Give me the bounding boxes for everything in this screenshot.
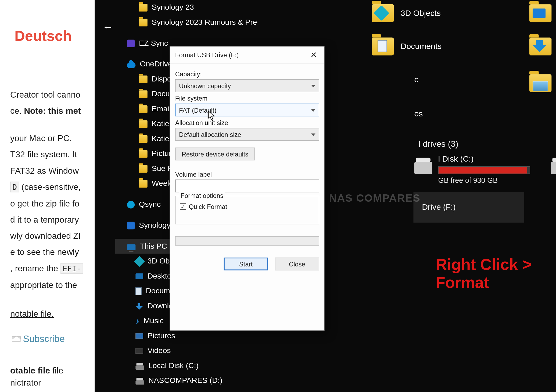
drive-name: l Disk (C:) — [438, 154, 530, 164]
annotation-text: Right Click > Format — [436, 256, 556, 292]
syn-icon — [127, 222, 135, 229]
checkbox-icon: ✓ — [180, 204, 186, 210]
format-options-legend: Format options — [179, 192, 225, 199]
tree-item-synology-23[interactable]: Synology 23 — [115, 0, 257, 15]
tree-item-label: This PC — [140, 242, 167, 251]
format-options-fieldset: Format options ✓ Quick Format — [175, 196, 319, 224]
language-heading: Deutsch — [15, 28, 95, 44]
usb-drive-label: Drive (F:) — [422, 202, 456, 212]
folder-item-pictures[interactable]: Pictures — [529, 74, 556, 92]
folder-icon — [529, 38, 551, 56]
folder-icon — [139, 90, 148, 98]
article-paragraph-2: your Mac or PC.T32 file system. It FAT32… — [0, 130, 95, 293]
pc-icon — [127, 244, 136, 250]
desk-icon — [135, 273, 143, 279]
envelope-icon — [12, 336, 20, 342]
filesystem-label: File system — [175, 95, 319, 102]
restore-defaults-button[interactable]: Restore device defaults — [175, 148, 255, 161]
quick-format-label: Quick Format — [189, 203, 227, 210]
folder-item-os[interactable]: os — [414, 109, 423, 119]
subscribe-link[interactable]: Subscribe — [12, 331, 64, 347]
tree-item-label: Docum — [146, 287, 170, 295]
filesystem-select[interactable]: FAT (Default) — [175, 104, 319, 116]
tree-item-label: NASCOMPARES (D:) — [148, 376, 222, 385]
start-button[interactable]: Start — [224, 258, 268, 270]
tree-item-label: Downlo — [148, 301, 173, 310]
folder-item-desktop[interactable]: Desktop — [529, 4, 556, 22]
format-progress — [175, 236, 319, 246]
drive-icon — [551, 162, 556, 174]
drive-free-text: GB free of 930 GB — [438, 177, 530, 185]
article-notable: notable file. — [0, 306, 95, 322]
tree-item-label: Synology — [139, 221, 170, 230]
folder-item-downloads[interactable]: Downloads — [529, 38, 556, 56]
folder-item-documents[interactable]: Documents — [372, 38, 442, 56]
tree-item-label: Synology 23 — [152, 3, 194, 12]
allocation-value: Default allocation size — [179, 131, 241, 138]
tree-item-label: EZ Sync — [139, 39, 168, 48]
article-paragraph-1: Creator tool cannoce. Note: this met — [0, 87, 95, 119]
folder-icon — [139, 150, 148, 158]
cursor-icon — [208, 111, 215, 120]
folder-icon — [372, 4, 394, 22]
back-arrow-icon[interactable]: ← — [102, 20, 113, 34]
tree-item-label: Synology 2023 Rumours & Predi — [152, 18, 257, 27]
folder-label: 3D Objects — [401, 9, 441, 18]
folder-icon — [139, 19, 148, 26]
format-dialog: Format USB Drive (F:) ✕ Capacity: Unknow… — [170, 46, 325, 331]
folder-icon — [529, 4, 551, 22]
tree-item-label: Videos — [148, 346, 171, 355]
tree-item-nascompares-d-[interactable]: NASCOMPARES (D:) — [115, 373, 257, 388]
qsync-icon — [127, 201, 135, 208]
folder-label: c — [414, 75, 418, 84]
vids-icon — [135, 348, 143, 354]
cloud-icon — [127, 62, 136, 68]
folder-icon — [139, 180, 148, 187]
usb-drive-item[interactable]: Drive (F:) — [413, 192, 524, 223]
quick-format-checkbox[interactable]: ✓ Quick Format — [180, 203, 314, 210]
allocation-label: Allocation unit size — [175, 119, 319, 126]
drive-item-l-disk-c-[interactable]: l Disk (C:)GB free of 930 GB — [414, 154, 530, 185]
tree-item-label: Deskto — [148, 272, 171, 280]
folder-icon — [139, 135, 148, 143]
allocation-select[interactable]: Default allocation size — [175, 128, 319, 141]
tree-item-label: Music — [144, 316, 164, 325]
drives-section-header: l drives (3) — [418, 139, 458, 149]
drive-item-nascompares-d-[interactable]: NASCOMPARES (D:)11.5 GB free of 447 GB — [551, 154, 556, 185]
file-explorer: ← Synology 23Synology 2023 Rumours & Pre… — [95, 0, 556, 392]
folder-icon — [139, 3, 148, 11]
tree-item-local-disk-c-[interactable]: Local Disk (C:) — [115, 358, 257, 373]
dialog-title: Format USB Drive (F:) — [175, 51, 239, 58]
ez-icon — [127, 40, 135, 47]
article-strip: Deutsch Creator tool cannoce. Note: this… — [0, 0, 95, 392]
doc-icon — [135, 287, 141, 295]
tree-item-videos[interactable]: Videos — [115, 343, 257, 358]
folder-item-c[interactable]: c — [414, 75, 418, 84]
article-bottom: otable file file nictrator — [10, 365, 63, 389]
folder-item-3d-objects[interactable]: 3D Objects — [372, 4, 441, 22]
3d-icon — [134, 256, 145, 266]
tree-item-synology-2023-rumours-predi[interactable]: Synology 2023 Rumours & Predi — [115, 15, 257, 30]
folder-icon — [139, 105, 148, 113]
pics-icon — [135, 333, 143, 339]
folder-icon — [139, 120, 148, 128]
tree-item-label: Pictures — [148, 331, 175, 340]
down-icon — [135, 303, 143, 309]
dialog-titlebar: Format USB Drive (F:) ✕ — [170, 47, 324, 63]
folder-icon — [139, 165, 148, 173]
volume-label-input[interactable] — [175, 180, 319, 193]
disk-icon — [135, 365, 144, 369]
close-button[interactable]: Close — [275, 258, 319, 270]
volume-label-label: Volume label — [175, 170, 319, 178]
close-icon[interactable]: ✕ — [307, 50, 320, 60]
capacity-select[interactable]: Unknown capacity — [175, 79, 319, 92]
watermark: NAS COMPARES — [329, 192, 420, 204]
tree-item-label: Qsync — [139, 200, 161, 209]
folder-icon — [529, 74, 551, 92]
folder-icon — [139, 75, 148, 83]
tree-item-label: Local Disk (C:) — [148, 361, 199, 370]
drive-icon — [414, 162, 432, 174]
subscribe-label: Subscribe — [23, 331, 65, 347]
capacity-value: Unknown capacity — [179, 82, 231, 89]
folder-icon — [372, 38, 394, 56]
